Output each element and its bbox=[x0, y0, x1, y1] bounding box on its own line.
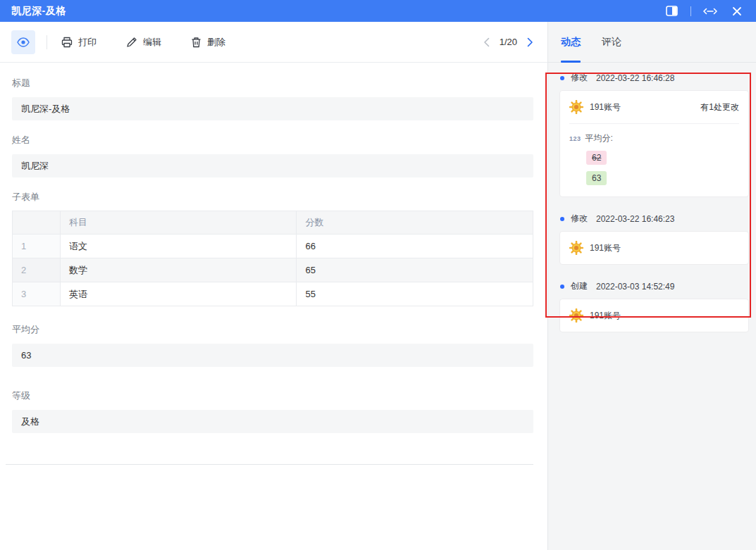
field-title-label: 标题 bbox=[12, 77, 533, 89]
feed-timestamp: 2022-03-22 16:46:23 bbox=[596, 214, 674, 224]
chevron-left-icon bbox=[483, 37, 490, 47]
feed-card: 191账号 bbox=[559, 231, 749, 265]
field-grade-label: 等级 bbox=[12, 389, 533, 402]
field-grade: 等级 及格 bbox=[12, 389, 533, 433]
eye-icon bbox=[17, 37, 30, 47]
field-subform: 子表单 科目 分数 1 语文 66 2 数学 65 bbox=[12, 191, 533, 306]
old-value-chip: 62 bbox=[586, 151, 607, 165]
feed-action: 创建 bbox=[571, 280, 588, 292]
feed-timestamp: 2022-03-22 16:46:28 bbox=[596, 73, 674, 83]
activity-feed: 修改 2022-03-22 16:46:28 191账号 有1处更改 123 平… bbox=[548, 63, 756, 348]
feed-action: 修改 bbox=[571, 72, 588, 84]
field-name-label: 姓名 bbox=[12, 134, 533, 146]
record-form: 标题 凯尼深-及格 姓名 凯尼深 子表单 科目 分数 1 语文 bbox=[0, 63, 547, 465]
cell-subject: 语文 bbox=[60, 235, 297, 258]
feed-card: 191账号 bbox=[559, 299, 749, 332]
feed-item-header: 修改 2022-03-22 16:46:23 bbox=[560, 213, 749, 225]
chevron-right-icon bbox=[527, 37, 533, 47]
feed-item-header: 创建 2022-03-03 14:52:49 bbox=[560, 280, 749, 292]
subform-score-header: 分数 bbox=[297, 211, 533, 235]
table-row: 2 数学 65 bbox=[13, 258, 533, 282]
cell-subject: 英语 bbox=[60, 282, 297, 306]
timeline-dot-icon bbox=[560, 285, 564, 289]
timeline-dot-icon bbox=[560, 76, 564, 80]
close-icon[interactable] bbox=[729, 4, 745, 19]
edit-button[interactable]: 编辑 bbox=[126, 36, 161, 49]
subform-index-header bbox=[13, 211, 61, 235]
field-average-label: 平均分 bbox=[12, 323, 533, 336]
changed-field-row: 123 平均分: bbox=[569, 132, 739, 144]
title-bar: 凯尼深-及格 bbox=[0, 0, 756, 22]
edit-label: 编辑 bbox=[143, 36, 161, 49]
feed-user: 191账号 bbox=[590, 101, 621, 113]
field-title-value: 凯尼深-及格 bbox=[12, 97, 533, 120]
feed-item-header: 修改 2022-03-22 16:46:28 bbox=[560, 72, 749, 84]
table-row: 1 语文 66 bbox=[13, 235, 533, 258]
subform-header-row: 科目 分数 bbox=[13, 211, 533, 235]
print-button[interactable]: 打印 bbox=[61, 36, 97, 49]
avatar bbox=[569, 241, 583, 255]
record-pager: 1/20 bbox=[483, 37, 533, 47]
preview-eye-button[interactable] bbox=[11, 30, 35, 54]
row-index: 1 bbox=[13, 235, 61, 258]
window-body: 打印 编辑 删除 1/20 标题 bbox=[0, 22, 756, 550]
tab-activity[interactable]: 动态 bbox=[561, 22, 581, 62]
cell-subject: 数学 bbox=[60, 258, 297, 282]
sidebar-toggle-icon[interactable] bbox=[664, 4, 679, 19]
changed-field-label: 平均分: bbox=[585, 132, 613, 144]
row-index: 3 bbox=[13, 282, 61, 306]
subform-table: 科目 分数 1 语文 66 2 数学 65 3 英语 bbox=[12, 211, 533, 306]
table-row: 3 英语 55 bbox=[13, 282, 533, 306]
activity-sidebar: 动态 评论 修改 2022-03-22 16:46:28 191账号 有1处更改 bbox=[547, 22, 756, 550]
field-name-value: 凯尼深 bbox=[12, 154, 533, 177]
field-title: 标题 凯尼深-及格 bbox=[12, 77, 533, 120]
new-value-chip: 63 bbox=[586, 171, 607, 185]
feed-user: 191账号 bbox=[590, 310, 621, 322]
field-average-value: 63 bbox=[12, 344, 533, 367]
feed-timestamp: 2022-03-03 14:52:49 bbox=[596, 282, 674, 292]
prev-record-button[interactable] bbox=[483, 37, 490, 47]
avatar bbox=[569, 308, 583, 323]
cell-score: 55 bbox=[297, 282, 533, 306]
record-detail-panel: 打印 编辑 删除 1/20 标题 bbox=[0, 22, 547, 550]
avatar bbox=[569, 100, 583, 114]
cell-score: 66 bbox=[297, 235, 533, 258]
form-bottom-divider bbox=[6, 464, 533, 465]
feed-user: 191账号 bbox=[590, 242, 621, 254]
field-grade-value: 及格 bbox=[12, 410, 533, 433]
window-title: 凯尼深-及格 bbox=[11, 5, 66, 18]
field-name: 姓名 凯尼深 bbox=[12, 134, 533, 177]
print-label: 打印 bbox=[78, 36, 97, 49]
feed-action: 修改 bbox=[571, 213, 588, 225]
subform-label: 子表单 bbox=[12, 191, 533, 204]
expand-horizontal-icon[interactable] bbox=[702, 4, 718, 19]
printer-icon bbox=[61, 37, 73, 48]
delete-label: 删除 bbox=[207, 36, 225, 49]
next-record-button[interactable] bbox=[527, 37, 533, 47]
row-index: 2 bbox=[13, 258, 61, 282]
number-field-icon: 123 bbox=[569, 135, 581, 142]
page-indicator: 1/20 bbox=[500, 37, 517, 47]
tab-comments[interactable]: 评论 bbox=[602, 22, 621, 62]
subform-subject-header: 科目 bbox=[60, 211, 297, 235]
record-toolbar: 打印 编辑 删除 1/20 bbox=[0, 22, 547, 63]
feed-card: 191账号 有1处更改 123 平均分: 62 63 bbox=[559, 90, 749, 197]
feed-card-user-row: 191账号 bbox=[560, 232, 748, 264]
toolbar-separator bbox=[47, 35, 47, 49]
pencil-icon bbox=[126, 37, 137, 48]
cell-score: 65 bbox=[297, 258, 533, 282]
feed-card-user-row: 191账号 有1处更改 bbox=[560, 91, 748, 123]
timeline-dot-icon bbox=[560, 217, 564, 221]
feed-card-user-row: 191账号 bbox=[560, 299, 748, 332]
change-count: 有1处更改 bbox=[700, 101, 739, 113]
field-average: 平均分 63 bbox=[12, 323, 533, 367]
trash-icon bbox=[191, 37, 202, 48]
change-details: 123 平均分: 62 63 bbox=[560, 124, 748, 196]
sidebar-tabbar: 动态 评论 bbox=[548, 22, 756, 63]
titlebar-separator bbox=[690, 6, 691, 16]
title-bar-actions bbox=[664, 4, 745, 19]
delete-button[interactable]: 删除 bbox=[191, 36, 225, 49]
